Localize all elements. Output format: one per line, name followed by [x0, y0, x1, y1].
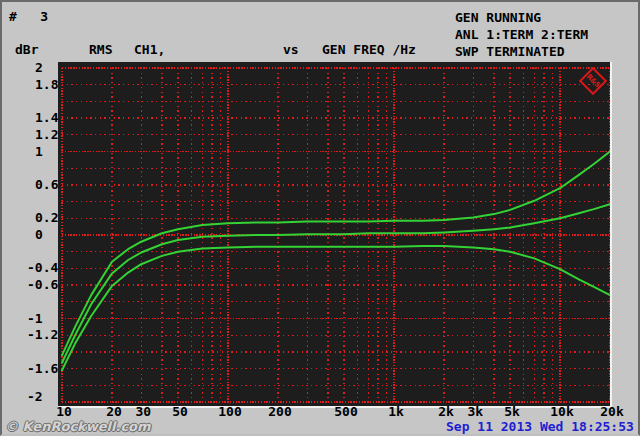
x-tick-label: 500 — [334, 405, 357, 419]
x-tick-label: 10k — [550, 405, 573, 419]
status-analyzer: ANL 1:TERM 2:TERM — [455, 28, 588, 42]
x-tick-label: 3k — [467, 405, 483, 419]
rohde-schwarz-logo-text: R&S — [585, 73, 601, 89]
vs-label: vs — [283, 43, 299, 57]
y-tick-label: 0 — [35, 228, 43, 242]
x-tick-label: 200 — [268, 405, 291, 419]
x-tick-label: 30 — [135, 405, 151, 419]
y-tick-label: -1.2 — [27, 328, 58, 342]
y-tick-label: -2 — [27, 390, 43, 404]
y-tick-label: 2 — [35, 61, 43, 75]
x-tick-label: 20 — [106, 405, 122, 419]
y-tick-label: -1 — [27, 312, 43, 326]
curve-middle — [62, 204, 610, 363]
datetime-label: Sep 11 2013 Wed 18:25:53 — [446, 419, 634, 434]
x-tick-label: 10 — [56, 405, 72, 419]
y-tick-label: 0.2 — [35, 211, 58, 225]
x-tick-label: 2k — [438, 405, 454, 419]
response-plot-svg — [58, 62, 610, 406]
curve-top — [62, 152, 610, 356]
y-tick-label: 1.4 — [35, 111, 58, 125]
analyzer-screen: # 3 dBr RMS CH1, vs GEN FREQ /Hz GEN RUN… — [0, 0, 640, 436]
response-plot-area — [58, 62, 612, 408]
watermark: © KenRockwell.com — [5, 419, 151, 434]
channel-label: CH1, — [134, 43, 165, 57]
curve-number-label: # 3 — [9, 10, 48, 24]
x-tick-label: 1k — [388, 405, 404, 419]
y-tick-label: 1.8 — [35, 78, 58, 92]
status-generator: GEN RUNNING — [455, 11, 541, 25]
x-tick-label: 5k — [504, 405, 520, 419]
y-tick-label: -1.6 — [27, 362, 58, 376]
y-tick-label: 0.6 — [35, 178, 58, 192]
x-tick-label: 50 — [172, 405, 188, 419]
status-sweep: SWP TERMINATED — [455, 45, 565, 59]
y-tick-label: 1 — [35, 145, 43, 159]
y-tick-label: -0.6 — [27, 278, 58, 292]
y-tick-label: -0.4 — [27, 261, 58, 275]
function-label: RMS — [89, 43, 112, 57]
x-quantity-label: GEN FREQ /Hz — [322, 43, 416, 57]
y-unit-label: dBr — [15, 43, 38, 57]
y-tick-label: 1.2 — [35, 128, 58, 142]
x-tick-label: 20k — [600, 405, 623, 419]
x-tick-label: 100 — [218, 405, 241, 419]
